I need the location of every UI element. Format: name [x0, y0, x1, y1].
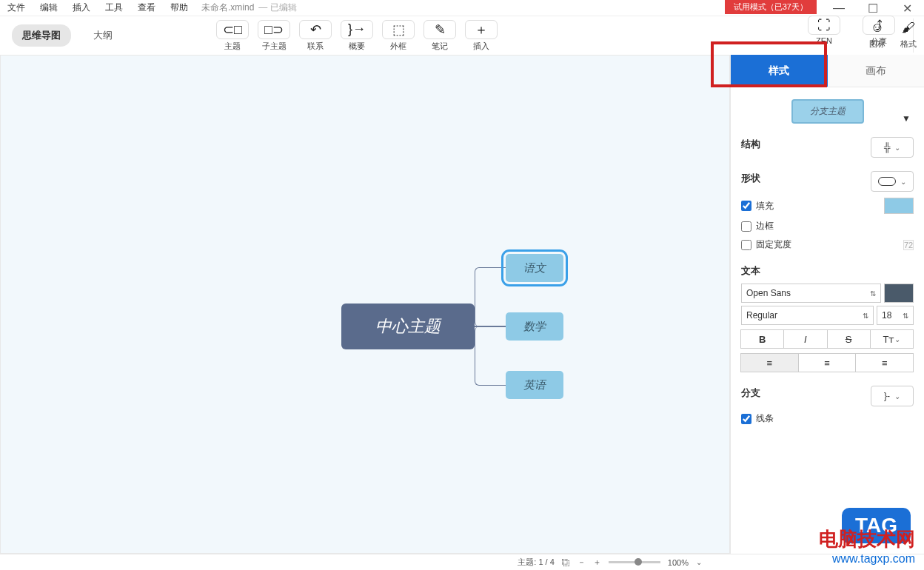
center-topic[interactable]: 中心主题: [341, 304, 475, 349]
boundary-icon: ⬚: [382, 20, 415, 39]
fill-swatch[interactable]: [884, 198, 914, 214]
structure-picker[interactable]: ╬⌄: [871, 137, 914, 158]
fill-checkbox[interactable]: [741, 201, 751, 211]
insert-icon: ＋: [465, 20, 498, 39]
fixed-width-label: 固定宽度: [756, 238, 791, 251]
branch-icon: }‑: [884, 391, 890, 401]
tool-note[interactable]: ✎笔记: [419, 19, 461, 53]
canvas[interactable]: 中心主题 语文 数学 英语: [0, 55, 730, 554]
tool-format[interactable]: 🖌格式: [893, 16, 924, 55]
subtopic-2[interactable]: 数学: [506, 312, 563, 341]
tool-relation[interactable]: ↶联系: [295, 19, 336, 53]
menu-edit[interactable]: 编辑: [33, 1, 65, 14]
trial-badge: 试用模式（已37天）: [725, 0, 817, 14]
tool-subtopic[interactable]: □⊃子主题: [253, 19, 295, 53]
tool-insert[interactable]: ＋插入: [461, 19, 502, 53]
zen-icon: ⛶: [808, 16, 840, 35]
tool-zen[interactable]: ⛶ZEN: [803, 14, 845, 57]
zoom-out[interactable]: －: [578, 557, 586, 568]
strike-button[interactable]: S: [827, 329, 871, 349]
font-family-select[interactable]: Open Sans⇅: [741, 284, 881, 303]
document-name: 未命名.xmind: [201, 1, 254, 14]
align-right-button[interactable]: ≡: [855, 353, 914, 372]
section-text: 文本: [741, 264, 914, 278]
section-structure: 结构: [741, 138, 760, 151]
brush-icon: 🖌: [897, 18, 920, 37]
subtopic-1[interactable]: 语文: [506, 254, 563, 282]
tool-topic[interactable]: ⊂□主题: [212, 19, 253, 53]
zoom-in[interactable]: ＋: [593, 557, 601, 568]
zoom-slider[interactable]: [609, 561, 660, 563]
map-icon[interactable]: ⿻: [562, 558, 570, 567]
text-case-button[interactable]: Tᴛ ⌄: [870, 329, 914, 349]
branch-picker[interactable]: }‑⌄: [871, 386, 914, 406]
window-close[interactable]: ✕: [890, 0, 924, 16]
summary-icon: }→: [341, 20, 373, 39]
border-label: 边框: [756, 220, 774, 232]
fill-label: 填充: [756, 200, 774, 212]
status-bar: 主题: 1 / 4 ⿻ － ＋ 100% ⌄: [0, 554, 924, 570]
font-size-select[interactable]: 18⇅: [877, 306, 914, 325]
note-icon: ✎: [424, 20, 456, 39]
menu-view[interactable]: 查看: [130, 1, 163, 14]
border-checkbox[interactable]: [741, 221, 751, 232]
connector: [475, 267, 506, 326]
section-shape: 形状: [741, 172, 760, 185]
site-watermark: 电脑技术网 www.tagxp.com: [819, 526, 915, 566]
window-minimize[interactable]: —: [822, 0, 856, 16]
italic-button[interactable]: I: [783, 329, 827, 349]
structure-icon: ╬: [884, 142, 891, 152]
tool-boundary[interactable]: ⬚外框: [378, 19, 419, 53]
subtopic-3[interactable]: 英语: [506, 371, 563, 399]
zoom-dropdown[interactable]: ⌄: [696, 558, 702, 566]
bold-button[interactable]: B: [740, 329, 784, 349]
smiley-icon: ☺: [866, 18, 888, 37]
connector: [475, 326, 506, 327]
align-center-button[interactable]: ≡: [798, 353, 857, 372]
subtopic-icon: □⊃: [258, 20, 290, 39]
line-label: 线条: [756, 412, 774, 425]
menu-insert[interactable]: 插入: [65, 1, 98, 14]
fixed-width-checkbox[interactable]: [741, 240, 751, 250]
side-tab-style[interactable]: 样式: [731, 55, 828, 87]
text-color-swatch[interactable]: [884, 284, 914, 303]
tab-outline[interactable]: 大纲: [83, 24, 123, 47]
font-weight-select[interactable]: Regular⇅: [741, 306, 874, 325]
tab-mindmap[interactable]: 思维导图: [12, 24, 71, 47]
section-branch: 分支: [741, 386, 760, 400]
tool-icons[interactable]: ☺图标: [862, 16, 893, 55]
connector: [475, 326, 506, 386]
shape-picker[interactable]: ⌄: [871, 171, 914, 192]
line-checkbox[interactable]: [741, 414, 751, 424]
tool-summary[interactable]: }→概要: [336, 19, 378, 53]
menu-help[interactable]: 帮助: [163, 1, 195, 14]
format-panel: 样式 画布 分支主题 ▼ 结构 ╬⌄ 形状 ⌄ 填充 边框 固定宽度 文本 Op…: [730, 55, 924, 554]
document-status: — 已编辑: [258, 1, 296, 14]
zoom-value: 100%: [668, 558, 689, 567]
side-tab-canvas[interactable]: 画布: [828, 55, 925, 87]
window-maximize[interactable]: ☐: [856, 0, 890, 16]
topic-icon: ⊂□: [216, 20, 249, 39]
relation-icon: ↶: [299, 20, 332, 39]
menu-file[interactable]: 文件: [0, 1, 33, 14]
menu-tools[interactable]: 工具: [98, 1, 130, 14]
width-input[interactable]: [903, 240, 914, 250]
align-left-button[interactable]: ≡: [740, 353, 799, 372]
shape-icon: [878, 177, 896, 186]
topic-count: 主题: 1 / 4: [518, 557, 555, 568]
